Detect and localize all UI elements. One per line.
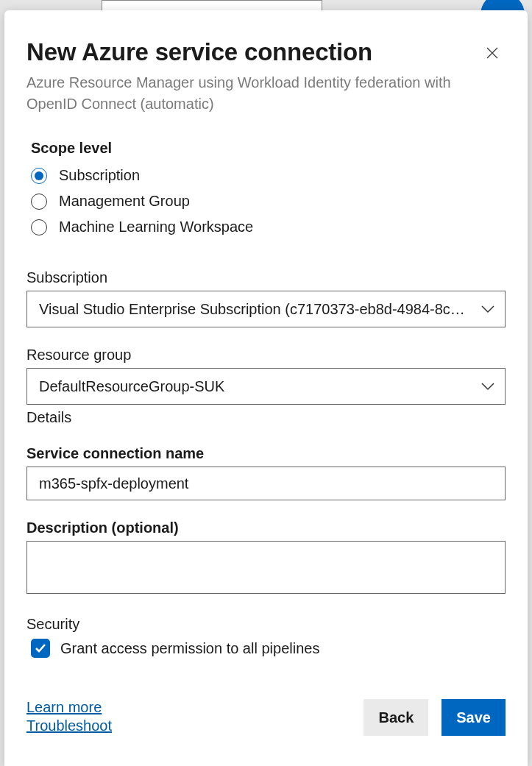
subscription-select[interactable]: Visual Studio Enterprise Subscription (c… [26,291,506,327]
panel-subtitle: Azure Resource Manager using Workload Id… [26,72,453,115]
grant-access-checkbox[interactable] [31,639,50,658]
scope-option-management-group[interactable]: Management Group [31,193,506,210]
learn-more-link[interactable]: Learn more [26,699,112,716]
resource-group-select[interactable]: DefaultResourceGroup-SUK [26,368,506,405]
subscription-label: Subscription [26,269,506,286]
panel-title: New Azure service connection [26,38,506,66]
connection-name-label: Service connection name [26,445,506,462]
description-label: Description (optional) [26,519,506,536]
radio-icon [31,168,47,184]
new-service-connection-panel: New Azure service connection Azure Resou… [4,10,528,766]
scope-level-radio-group: Subscription Management Group Machine Le… [31,167,506,244]
resource-group-details: Details [26,409,506,426]
panel-footer: Learn more Troubleshoot Back Save [26,699,506,736]
scope-option-ml-workspace[interactable]: Machine Learning Workspace [31,219,506,235]
scope-option-subscription[interactable]: Subscription [31,167,506,184]
radio-icon [31,219,47,235]
connection-name-input[interactable] [26,467,506,500]
radio-label: Machine Learning Workspace [59,219,253,235]
radio-label: Subscription [59,167,140,184]
close-button[interactable] [482,43,503,63]
resource-group-label: Resource group [26,347,506,364]
grant-access-label: Grant access permission to all pipelines [60,640,319,657]
close-icon [485,46,500,60]
panel-header: New Azure service connection Azure Resou… [26,38,506,115]
radio-icon [31,194,47,210]
back-button[interactable]: Back [363,699,428,736]
security-label: Security [26,616,506,633]
save-button[interactable]: Save [441,699,506,736]
radio-label: Management Group [59,193,190,210]
check-icon [35,643,46,653]
description-input[interactable] [26,541,506,594]
troubleshoot-link[interactable]: Troubleshoot [26,717,112,734]
scope-level-label: Scope level [31,140,506,157]
